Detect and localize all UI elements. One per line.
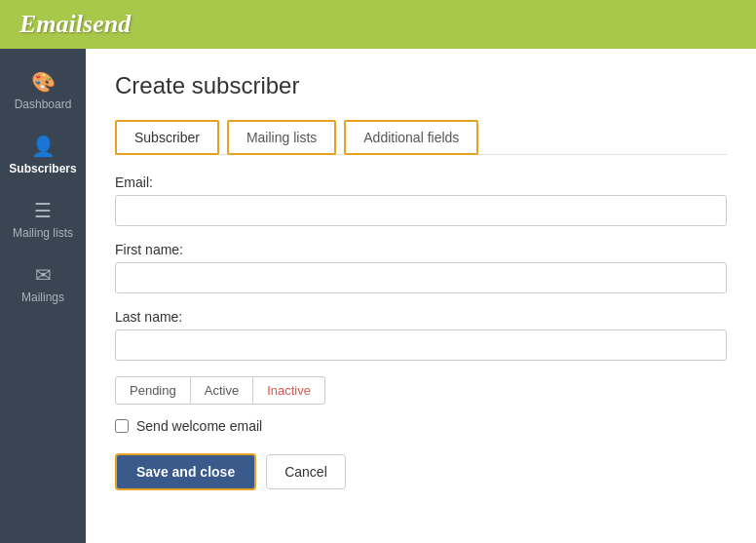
email-input[interactable] xyxy=(115,195,727,226)
sidebar-label-subscribers: Subscribers xyxy=(9,162,76,175)
status-active-button[interactable]: Active xyxy=(191,376,253,405)
mailings-icon: ✉ xyxy=(35,263,52,287)
welcome-email-label: Send welcome email xyxy=(136,418,262,434)
tab-bar: Subscriber Mailing lists Additional fiel… xyxy=(115,119,727,155)
status-group: Pending Active Inactive xyxy=(115,376,727,405)
tab-subscriber[interactable]: Subscriber xyxy=(115,120,219,155)
cancel-button[interactable]: Cancel xyxy=(266,454,346,489)
sidebar-item-mailings[interactable]: ✉ Mailings xyxy=(0,252,86,316)
status-inactive-button[interactable]: Inactive xyxy=(253,376,325,405)
welcome-email-checkbox[interactable] xyxy=(115,419,129,433)
page-title: Create subscriber xyxy=(115,72,727,99)
firstname-input[interactable] xyxy=(115,262,727,293)
firstname-label: First name: xyxy=(115,242,727,257)
status-pending-button[interactable]: Pending xyxy=(115,376,191,405)
logo: Emailsend xyxy=(19,10,131,39)
action-row: Save and close Cancel xyxy=(115,453,727,490)
firstname-group: First name: xyxy=(115,242,727,293)
lastname-group: Last name: xyxy=(115,309,727,361)
sidebar-item-dashboard[interactable]: 🎨 Dashboard xyxy=(0,58,86,123)
save-and-close-button[interactable]: Save and close xyxy=(115,453,256,490)
email-group: Email: xyxy=(115,175,727,226)
content-area: Create subscriber Subscriber Mailing lis… xyxy=(86,49,756,543)
sidebar-label-mailing-lists: Mailing lists xyxy=(13,226,73,240)
subscribers-icon: 👤 xyxy=(31,135,56,158)
lastname-label: Last name: xyxy=(115,309,727,325)
sidebar-item-subscribers[interactable]: 👤 Subscribers xyxy=(0,123,86,187)
tab-mailing-lists[interactable]: Mailing lists xyxy=(227,120,336,155)
dashboard-icon: 🎨 xyxy=(31,70,56,94)
tab-additional-fields[interactable]: Additional fields xyxy=(344,120,478,155)
sidebar-label-dashboard: Dashboard xyxy=(15,97,72,111)
mailing-lists-icon: ☰ xyxy=(34,199,52,222)
welcome-email-row: Send welcome email xyxy=(115,418,727,434)
email-label: Email: xyxy=(115,175,727,190)
lastname-input[interactable] xyxy=(115,330,727,361)
header: Emailsend xyxy=(0,0,756,49)
main-layout: 🎨 Dashboard 👤 Subscribers ☰ Mailing list… xyxy=(0,49,756,543)
sidebar: 🎨 Dashboard 👤 Subscribers ☰ Mailing list… xyxy=(0,49,86,543)
sidebar-label-mailings: Mailings xyxy=(21,291,64,304)
sidebar-item-mailing-lists[interactable]: ☰ Mailing lists xyxy=(0,187,86,252)
